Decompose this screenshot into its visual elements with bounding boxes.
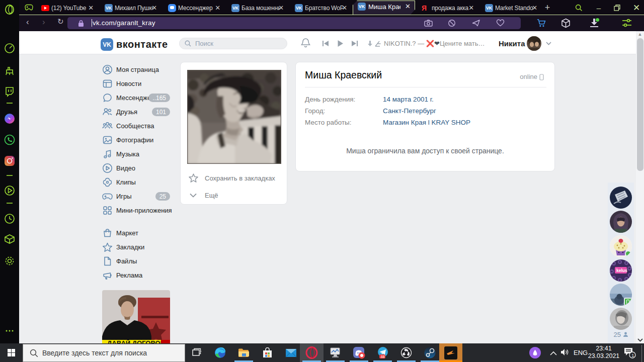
svg-text:ДАВАЙ ДОГОВОР: ДАВАЙ ДОГОВОР (107, 339, 165, 343)
svg-text:1: 1 (631, 353, 634, 358)
svg-text:.68: .68 (380, 354, 384, 358)
svg-text:kelus: kelus (616, 268, 627, 273)
